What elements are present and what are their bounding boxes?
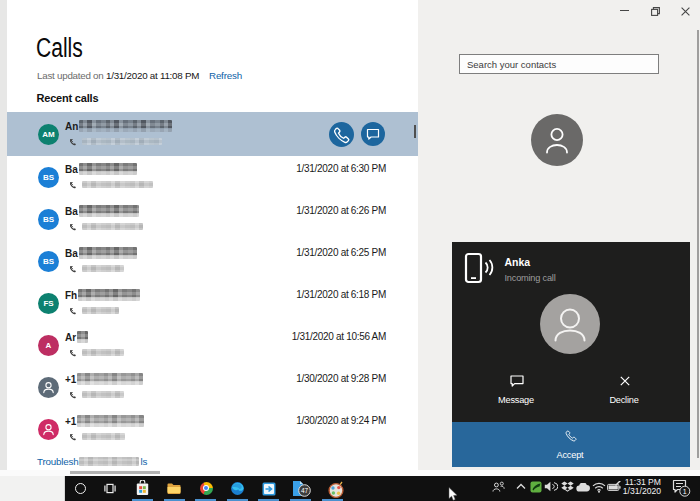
- svg-text:1: 1: [682, 487, 686, 494]
- svg-text:47: 47: [300, 487, 308, 494]
